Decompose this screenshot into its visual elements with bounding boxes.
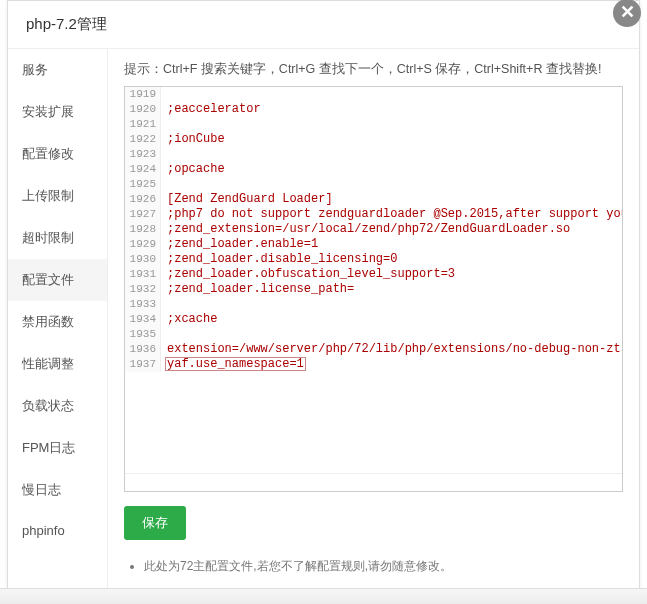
button-row: 保存 — [124, 506, 623, 540]
line-number: 1919 — [125, 87, 161, 102]
editor-line[interactable]: 1920;eaccelerator — [125, 102, 622, 117]
line-number: 1931 — [125, 267, 161, 282]
sidebar-item[interactable]: 配置文件 — [8, 259, 107, 301]
line-code: ;eaccelerator — [161, 102, 261, 117]
sidebar-item[interactable]: FPM日志 — [8, 427, 107, 469]
editor-scroll[interactable]: 19191920;eaccelerator19211922;ionCube192… — [125, 87, 622, 473]
line-code — [161, 177, 167, 192]
editor-line[interactable]: 1937yaf.use_namespace=1 — [125, 357, 622, 372]
horizontal-scrollbar[interactable] — [125, 473, 622, 491]
note-item: 此处为72主配置文件,若您不了解配置规则,请勿随意修改。 — [144, 558, 623, 575]
line-number: 1933 — [125, 297, 161, 312]
sidebar-item[interactable]: 负载状态 — [8, 385, 107, 427]
code-editor[interactable]: 19191920;eaccelerator19211922;ionCube192… — [124, 86, 623, 492]
footer-bar — [0, 588, 647, 604]
line-number: 1922 — [125, 132, 161, 147]
modal-body: 服务安装扩展配置修改上传限制超时限制配置文件禁用函数性能调整负载状态FPM日志慢… — [8, 49, 639, 591]
line-number: 1934 — [125, 312, 161, 327]
editor-line[interactable]: 1922;ionCube — [125, 132, 622, 147]
editor-line[interactable]: 1924;opcache — [125, 162, 622, 177]
editor-line[interactable]: 1932;zend_loader.license_path= — [125, 282, 622, 297]
sidebar-item[interactable]: 配置修改 — [8, 133, 107, 175]
line-number: 1923 — [125, 147, 161, 162]
editor-lines: 19191920;eaccelerator19211922;ionCube192… — [125, 87, 622, 372]
line-code: ;zend_loader.obfuscation_level_support=3 — [161, 267, 455, 282]
line-code: ;zend_extension=/usr/local/zend/php72/Ze… — [161, 222, 570, 237]
editor-line[interactable]: 1926[Zend ZendGuard Loader] — [125, 192, 622, 207]
line-number: 1924 — [125, 162, 161, 177]
editor-line[interactable]: 1927;php7 do not support zendguardloader… — [125, 207, 622, 222]
line-number: 1920 — [125, 102, 161, 117]
sidebar-item[interactable]: 禁用函数 — [8, 301, 107, 343]
line-number: 1932 — [125, 282, 161, 297]
line-code — [161, 87, 167, 102]
line-number: 1937 — [125, 357, 161, 372]
line-code — [161, 147, 167, 162]
note-list: 此处为72主配置文件,若您不了解配置规则,请勿随意修改。 — [124, 558, 623, 575]
line-code — [161, 117, 167, 132]
editor-line[interactable]: 1930;zend_loader.disable_licensing=0 — [125, 252, 622, 267]
editor-line[interactable]: 1934;xcache — [125, 312, 622, 327]
line-code: ;opcache — [161, 162, 225, 177]
line-code: extension=/www/server/php/72/lib/php/ext… — [161, 342, 622, 357]
line-code: ;zend_loader.enable=1 — [161, 237, 318, 252]
line-number: 1928 — [125, 222, 161, 237]
sidebar-item[interactable]: 性能调整 — [8, 343, 107, 385]
line-number: 1926 — [125, 192, 161, 207]
line-code: ;zend_loader.license_path= — [161, 282, 354, 297]
modal-window: ✕ php-7.2管理 服务安装扩展配置修改上传限制超时限制配置文件禁用函数性能… — [7, 0, 640, 594]
sidebar-item[interactable]: 上传限制 — [8, 175, 107, 217]
line-code: [Zend ZendGuard Loader] — [161, 192, 333, 207]
line-code — [161, 297, 167, 312]
editor-line[interactable]: 1935 — [125, 327, 622, 342]
sidebar-item[interactable]: 服务 — [8, 49, 107, 91]
sidebar: 服务安装扩展配置修改上传限制超时限制配置文件禁用函数性能调整负载状态FPM日志慢… — [8, 49, 108, 591]
line-code: ;zend_loader.disable_licensing=0 — [161, 252, 397, 267]
sidebar-item[interactable]: phpinfo — [8, 511, 107, 550]
modal-title: php-7.2管理 — [8, 1, 639, 49]
main-panel: 提示：Ctrl+F 搜索关键字，Ctrl+G 查找下一个，Ctrl+S 保存，C… — [108, 49, 639, 591]
sidebar-item[interactable]: 超时限制 — [8, 217, 107, 259]
editor-line[interactable]: 1928;zend_extension=/usr/local/zend/php7… — [125, 222, 622, 237]
line-number: 1935 — [125, 327, 161, 342]
close-icon: ✕ — [620, 2, 635, 22]
line-code — [161, 327, 167, 342]
line-code: yaf.use_namespace=1 — [165, 357, 306, 371]
editor-line[interactable]: 1929;zend_loader.enable=1 — [125, 237, 622, 252]
editor-line[interactable]: 1933 — [125, 297, 622, 312]
line-number: 1925 — [125, 177, 161, 192]
editor-line[interactable]: 1936extension=/www/server/php/72/lib/php… — [125, 342, 622, 357]
line-number: 1929 — [125, 237, 161, 252]
editor-line[interactable]: 1919 — [125, 87, 622, 102]
line-number: 1927 — [125, 207, 161, 222]
line-code: ;xcache — [161, 312, 217, 327]
sidebar-item[interactable]: 安装扩展 — [8, 91, 107, 133]
editor-line[interactable]: 1921 — [125, 117, 622, 132]
editor-line[interactable]: 1923 — [125, 147, 622, 162]
line-code: ;php7 do not support zendguardloader @Se… — [161, 207, 622, 222]
line-number: 1930 — [125, 252, 161, 267]
editor-line[interactable]: 1925 — [125, 177, 622, 192]
save-button[interactable]: 保存 — [124, 506, 186, 540]
sidebar-item[interactable]: 慢日志 — [8, 469, 107, 511]
line-number: 1936 — [125, 342, 161, 357]
line-number: 1921 — [125, 117, 161, 132]
shortcut-hint: 提示：Ctrl+F 搜索关键字，Ctrl+G 查找下一个，Ctrl+S 保存，C… — [124, 61, 623, 78]
line-code: ;ionCube — [161, 132, 225, 147]
close-button[interactable]: ✕ — [613, 0, 641, 27]
editor-line[interactable]: 1931;zend_loader.obfuscation_level_suppo… — [125, 267, 622, 282]
